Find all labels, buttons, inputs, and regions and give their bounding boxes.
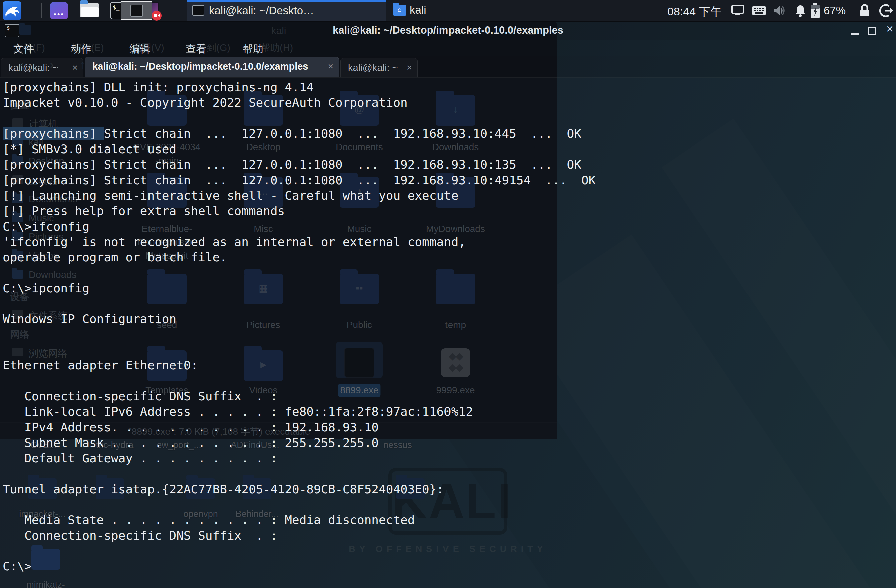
terminal-line: [proxychains] Strict chain ... 127.0.0.1…: [3, 173, 870, 189]
terminal-line: Connection-specific DNS Suffix . :: [3, 529, 870, 544]
taskbar-window-files[interactable]: ⌂ kali: [388, 0, 587, 21]
terminal-line: operable program or batch file.: [3, 250, 870, 266]
logout-power-icon[interactable]: [879, 4, 893, 18]
terminal-line: Impacket v0.10.0 - Copyright 2022 Secure…: [3, 96, 870, 111]
terminal-titlebar[interactable]: $_ kali@kali: ~/Desktop/impacket-0.10.0/…: [0, 21, 896, 40]
top-panel: ••• $_ kali@kali: ~/Deskto… ⌂ kali 08:44…: [0, 0, 896, 22]
record-camera-icon: [151, 11, 162, 21]
battery-icon[interactable]: [810, 3, 820, 19]
folder-icon: [81, 8, 99, 17]
terminal-menu-item[interactable]: 查看: [186, 42, 206, 56]
terminal-line: 'ifconfig' is not recognized as an inter…: [3, 235, 870, 250]
battery-percent: 67%: [824, 5, 846, 17]
tab-title: kali@kali: ~: [8, 62, 58, 73]
terminal-line: [3, 544, 870, 559]
display-icon[interactable]: [731, 5, 745, 17]
kali-dragon-icon: [3, 2, 21, 20]
terminal-screen[interactable]: [proxychains] DLL init: proxychains-ng 4…: [3, 81, 870, 575]
panel-separator: [852, 3, 852, 18]
terminal-line: C:\>ifconfig: [3, 219, 870, 235]
terminal-line: [3, 466, 870, 482]
panel-separator: [41, 3, 42, 18]
terminal-icon: [131, 5, 143, 17]
terminal-menu-item[interactable]: 编辑: [130, 42, 150, 56]
terminal-line: [3, 343, 870, 358]
terminal-line: [3, 328, 870, 343]
tab-close-icon[interactable]: ×: [407, 62, 412, 73]
desktop-screen: KALI BY OFFENSIVE SECURITY CVE...thc-hyd…: [0, 0, 896, 588]
taskbar-window-terminal[interactable]: kali@kali: ~/Deskto…: [187, 0, 386, 21]
pinned-terminal-button[interactable]: [121, 1, 152, 20]
terminal-cursor: _: [32, 559, 39, 573]
terminal-menubar: 文件动作编辑查看帮助: [0, 40, 896, 56]
maximize-icon[interactable]: [868, 27, 876, 35]
terminal-window[interactable]: $_ kali@kali: ~/Desktop/impacket-0.10.0/…: [0, 21, 896, 588]
file-manager-launcher[interactable]: [80, 3, 99, 17]
selected-text: [proxychains]: [3, 127, 104, 140]
dots-icon: •••: [50, 10, 68, 19]
terminal-line: C:\>_: [3, 559, 870, 575]
close-icon[interactable]: ×: [886, 22, 893, 36]
home-glyph: ⌂: [393, 6, 407, 13]
terminal-menu-item[interactable]: 动作: [71, 42, 91, 56]
terminal-tab-2[interactable]: kali@kali: ~×: [340, 58, 418, 78]
folder-home-icon: ⌂: [393, 5, 407, 16]
terminal-line: Link-local IPv6 Address . . . . . : fe80…: [3, 405, 870, 420]
terminal-menu-item[interactable]: 帮助: [242, 42, 263, 56]
tab-title: kali@kali: ~/Desktop/impacket-0.10.0/exa…: [93, 61, 308, 72]
terminal-app-icon: $_: [5, 24, 19, 37]
terminal-line: [3, 111, 870, 127]
tab-close-icon[interactable]: ×: [72, 62, 78, 73]
terminal-line: [proxychains] Strict chain ... 127.0.0.1…: [3, 127, 870, 142]
terminal-line: Ethernet adapter Ethernet0:: [3, 358, 870, 374]
terminal-line: Windows IP Configuration: [3, 312, 870, 328]
terminal-icon: [192, 5, 204, 16]
notifications-bell-icon[interactable]: [794, 5, 807, 17]
terminal-line: Tunnel adapter isatap.{22AC77BB-4205-412…: [3, 482, 870, 498]
keyboard-icon[interactable]: [751, 5, 766, 17]
terminal-title: kali@kali: ~/Desktop/impacket-0.10.0/exa…: [0, 21, 896, 40]
terminal-line: [proxychains] Strict chain ... 127.0.0.1…: [3, 157, 870, 173]
terminal-line: [3, 297, 870, 312]
terminal-line: C:\>ipconfig: [3, 281, 870, 297]
terminal-menu-item[interactable]: 文件: [13, 42, 34, 56]
terminal-tab-0[interactable]: kali@kali: ~×: [1, 58, 84, 78]
terminal-line: [3, 498, 870, 513]
window-title: kali@kali: ~/Deskto…: [209, 5, 314, 17]
terminal-line: Media State . . . . . . . . . . . : Medi…: [3, 513, 870, 528]
terminal-line: [!] Launching semi-interactive shell - C…: [3, 189, 870, 204]
kali-menu-button[interactable]: [3, 2, 21, 20]
terminal-tab-1[interactable]: kali@kali: ~/Desktop/impacket-0.10.0/exa…: [85, 57, 339, 78]
terminal-line: [proxychains] DLL init: proxychains-ng 4…: [3, 81, 870, 96]
terminal-tabbar: kali@kali: ~×kali@kali: ~/Desktop/impack…: [0, 56, 896, 78]
terminal-line: [!] Press help for extra shell commands: [3, 204, 870, 219]
clock[interactable]: 08:44 下午: [667, 4, 722, 19]
minimize-icon[interactable]: [850, 34, 859, 35]
app-grid-launcher[interactable]: •••: [50, 2, 68, 19]
tab-title: kali@kali: ~: [348, 62, 398, 73]
lock-icon[interactable]: [858, 4, 871, 18]
terminal-line: IPv4 Address. . . . . . . . . . . : 192.…: [3, 420, 870, 436]
window-title: kali: [410, 4, 427, 16]
terminal-line: Connection-specific DNS Suffix . :: [3, 390, 870, 405]
terminal-line: Subnet Mask . . . . . . . . . . . : 255.…: [3, 436, 870, 451]
tab-close-icon[interactable]: ×: [328, 61, 334, 72]
terminal-line: [3, 374, 870, 390]
volume-icon[interactable]: [772, 5, 786, 17]
terminal-line: [3, 266, 870, 281]
terminal-line: Default Gateway . . . . . . . . . :: [3, 451, 870, 466]
terminal-line: [*] SMBv3.0 dialect used: [3, 142, 870, 157]
